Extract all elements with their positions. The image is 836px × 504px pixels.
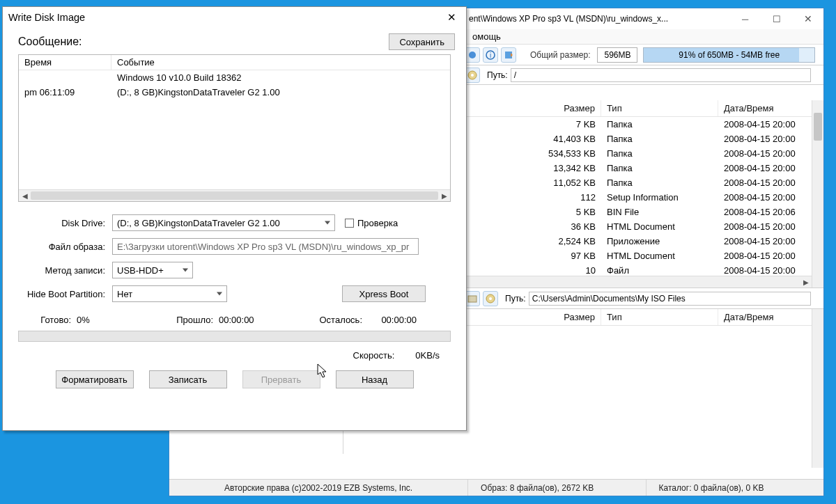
- elapsed-label: Прошло:: [160, 315, 219, 325]
- log-horizontal-scrollbar[interactable]: ◀ ▶: [19, 189, 450, 201]
- column-date[interactable]: Дата/Время: [718, 100, 809, 116]
- total-size-value: 596MB: [597, 47, 637, 63]
- xpress-boot-button[interactable]: Xpress Boot: [342, 285, 426, 302]
- disc-icon-mid[interactable]: [483, 291, 498, 306]
- scroll-right-arrow[interactable]: ▶: [800, 276, 812, 288]
- scroll-left-arrow[interactable]: ◀: [19, 190, 31, 202]
- log-row[interactable]: pm 06:11:09(D:, 8 GB)KingstonDataTravele…: [19, 85, 450, 100]
- image-file-field[interactable]: E:\Загрузки utorent\Windows XP Pro sp3 V…: [112, 238, 419, 255]
- speed-value: 0KB/s: [415, 350, 440, 361]
- status-image: Образ: 8 файла(ов), 2672 KB: [468, 480, 646, 496]
- status-bar: Авторские права (c)2002-2019 EZB Systems…: [169, 479, 823, 496]
- path-label-2: Путь:: [505, 294, 526, 304]
- speed-label: Скорость:: [353, 350, 395, 361]
- log-column-event[interactable]: Событие: [111, 55, 450, 70]
- hide-boot-select[interactable]: Нет: [112, 285, 227, 302]
- toolbar-icon-mid-1[interactable]: [465, 291, 480, 306]
- progress-bar: [18, 331, 451, 342]
- svg-point-8: [489, 297, 492, 300]
- path-field-bottom[interactable]: C:\Users\Admin\Documents\My ISO Files: [529, 292, 811, 306]
- column-size[interactable]: Размер: [539, 100, 601, 116]
- write-method-label: Метод записи:: [18, 265, 112, 276]
- log-column-time[interactable]: Время: [19, 55, 111, 70]
- column-type[interactable]: Тип: [601, 100, 718, 116]
- svg-rect-6: [468, 296, 477, 302]
- verify-checkbox[interactable]: Проверка: [345, 218, 398, 228]
- column-size-b[interactable]: Размер: [539, 309, 601, 325]
- remain-label: Осталось:: [309, 315, 368, 325]
- write-button[interactable]: Записать: [149, 370, 227, 388]
- maximize-button[interactable]: ☐: [761, 8, 792, 29]
- scrollbar-thumb[interactable]: [814, 113, 822, 141]
- close-button[interactable]: ✕: [792, 8, 823, 29]
- write-disk-image-dialog: Write Disk Image ✕ Сообщение: Сохранить …: [2, 6, 467, 431]
- scrollbar-track[interactable]: [31, 191, 438, 200]
- scroll-right-arrow[interactable]: ▶: [438, 190, 450, 202]
- format-button[interactable]: Форматировать: [56, 370, 134, 388]
- ready-value: 0%: [77, 315, 132, 325]
- toolbar-icon-3[interactable]: [501, 47, 516, 63]
- checkbox-icon: [345, 219, 354, 228]
- capacity-bar: 91% of 650MB - 54MB free: [643, 47, 815, 63]
- path-label: Путь:: [487, 70, 508, 80]
- window-controls: ─ ☐ ✕: [729, 8, 823, 29]
- remain-value: 00:00:00: [368, 315, 417, 325]
- elapsed-value: 00:00:00: [219, 315, 274, 325]
- column-type-b[interactable]: Тип: [601, 309, 718, 325]
- disk-drive-select[interactable]: (D:, 8 GB)KingstonDataTraveler G2 1.00: [112, 214, 335, 231]
- dialog-title: Write Disk Image: [3, 7, 466, 28]
- total-size-label: Общий размер:: [526, 50, 594, 60]
- svg-text:i: i: [490, 52, 491, 59]
- image-file-label: Файл образа:: [18, 242, 112, 252]
- status-copyright: Авторские права (c)2002-2019 EZB Systems…: [169, 480, 468, 496]
- dialog-close-button[interactable]: ✕: [437, 7, 466, 28]
- vertical-scrollbar-b[interactable]: [812, 309, 823, 468]
- back-button[interactable]: Назад: [336, 370, 414, 388]
- log-listview: Время Событие Windows 10 v10.0 Build 183…: [18, 54, 451, 202]
- path-field-top[interactable]: /: [511, 68, 811, 82]
- verify-label: Проверка: [357, 218, 398, 228]
- vertical-scrollbar[interactable]: [812, 100, 823, 288]
- ready-label: Готово:: [18, 315, 77, 325]
- status-catalog: Каталог: 0 файла(ов), 0 KB: [647, 480, 823, 496]
- toolbar-icon-1[interactable]: [465, 47, 480, 63]
- message-label: Сообщение:: [18, 36, 82, 48]
- disk-drive-label: Disk Drive:: [18, 218, 112, 228]
- hide-boot-label: Hide Boot Partition:: [18, 289, 112, 299]
- svg-point-5: [471, 74, 474, 77]
- minimize-button[interactable]: ─: [729, 8, 761, 29]
- svg-point-0: [469, 52, 476, 58]
- write-method-select[interactable]: USB-HDD+: [112, 262, 193, 278]
- column-date-b[interactable]: Дата/Время: [718, 309, 809, 325]
- info-icon[interactable]: i: [483, 47, 498, 63]
- menu-help[interactable]: омощь: [472, 31, 501, 42]
- abort-button: Прервать: [242, 370, 320, 388]
- disc-icon[interactable]: [465, 68, 480, 83]
- save-button[interactable]: Сохранить: [389, 33, 455, 50]
- log-row[interactable]: Windows 10 v10.0 Build 18362: [19, 70, 450, 85]
